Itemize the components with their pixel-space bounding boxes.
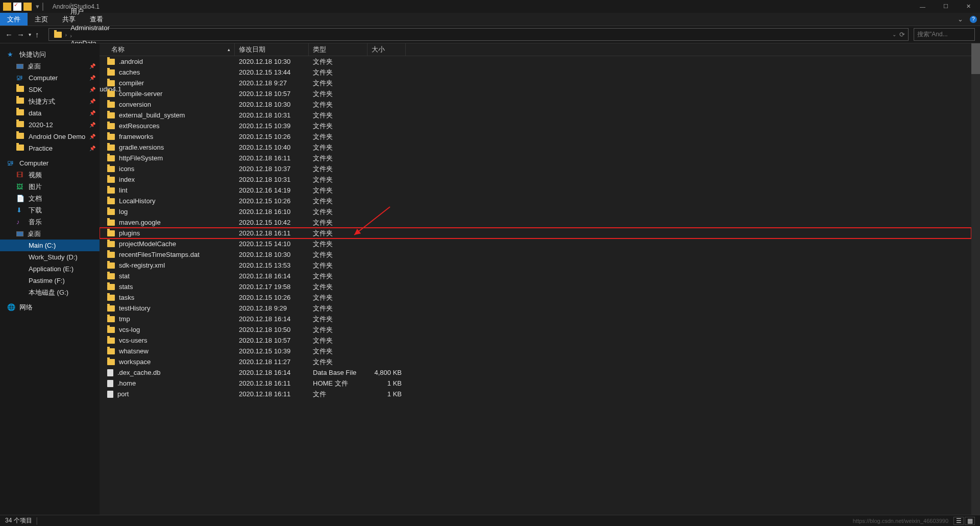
music-icon: ♪ (16, 218, 24, 226)
file-row[interactable]: extResources2020.12.15 10:39文件夹 (100, 121, 971, 131)
file-date: 2020.12.18 10:30 (235, 101, 309, 108)
folder-icon (16, 86, 24, 94)
sidebar-item[interactable]: ♪音乐 (0, 216, 100, 228)
sidebar-item[interactable]: 快捷方式📌 (0, 95, 100, 107)
sidebar-item[interactable]: 本地磁盘 (G:) (0, 286, 100, 298)
sidebar-item[interactable]: Android One Demo📌 (0, 131, 100, 142)
sidebar-item[interactable]: Main (C:) (0, 240, 100, 251)
file-row[interactable]: workspace2020.12.18 11:27文件夹 (100, 356, 971, 367)
maximize-button[interactable]: ☐ (934, 0, 957, 13)
sidebar-item[interactable]: 📄文档 (0, 193, 100, 204)
column-header-date[interactable]: 修改日期 (235, 43, 309, 56)
ribbon-tab-home[interactable]: 主页 (28, 13, 55, 26)
minimize-button[interactable]: — (911, 0, 934, 13)
sidebar-item[interactable]: Work_Study (D:) (0, 251, 100, 263)
ribbon-file-tab[interactable]: 文件 (0, 13, 28, 26)
breadcrumb-item[interactable]: 用户 (68, 7, 124, 16)
file-row[interactable]: whatsnew2020.12.15 10:39文件夹 (100, 346, 971, 356)
sidebar-item[interactable]: ⬇下载 (0, 204, 100, 216)
file-row[interactable]: frameworks2020.12.15 10:26文件夹 (100, 131, 971, 142)
address-dropdown-icon[interactable]: ⌄ (892, 32, 896, 37)
file-row[interactable]: tasks2020.12.15 10:26文件夹 (100, 292, 971, 303)
back-button[interactable]: ← (5, 30, 13, 39)
file-row[interactable]: external_build_system2020.12.18 10:31文件夹 (100, 110, 971, 121)
column-header-type[interactable]: 类型 (309, 43, 368, 56)
nav-bar: ← → ▾ ↑ › Computer›Main (C:)›用户›Administ… (0, 26, 980, 43)
column-header-size[interactable]: 大小 (368, 43, 406, 56)
file-row[interactable]: compiler2020.12.18 9:27文件夹 (100, 78, 971, 88)
file-row[interactable]: testHistory2020.12.18 9:29文件夹 (100, 303, 971, 314)
file-name: vcs-users (119, 337, 148, 344)
file-date: 2020.12.18 10:30 (235, 251, 309, 258)
sidebar-item[interactable]: 🎞视频 (0, 169, 100, 181)
file-row[interactable]: vcs-users2020.12.18 10:57文件夹 (100, 335, 971, 346)
sidebar-item[interactable]: 🖳Computer📌 (0, 72, 100, 84)
file-row[interactable]: tmp2020.12.18 16:14文件夹 (100, 314, 971, 324)
file-row[interactable]: recentFilesTimeStamps.dat2020.12.18 10:3… (100, 249, 971, 260)
sidebar-item[interactable]: data📌 (0, 107, 100, 119)
file-row[interactable]: port2020.12.18 16:11文件1 KB (100, 389, 971, 399)
file-row[interactable]: httpFileSystem2020.12.18 16:11文件夹 (100, 153, 971, 163)
file-row[interactable]: log2020.12.18 16:10文件夹 (100, 206, 971, 217)
ribbon-collapse-icon[interactable]: ⌄ (953, 13, 967, 26)
sidebar-item[interactable]: 2020-12📌 (0, 119, 100, 131)
sidebar-item[interactable]: 桌面 (0, 228, 100, 240)
view-icons-button[interactable]: ▦ (965, 517, 975, 525)
file-type: 文件夹 (309, 347, 368, 356)
file-row[interactable]: lint2020.12.16 14:19文件夹 (100, 185, 971, 196)
sidebar-item-label: 2020-12 (29, 121, 53, 129)
folder-icon (16, 98, 24, 106)
sidebar-item[interactable]: 桌面📌 (0, 60, 100, 72)
breadcrumb-item[interactable]: Administrator (68, 24, 124, 32)
file-row[interactable]: maven.google2020.12.15 10:42文件夹 (100, 217, 971, 228)
recent-locations-button[interactable]: ▾ (29, 32, 31, 37)
sidebar-item[interactable]: Practice📌 (0, 142, 100, 154)
up-button[interactable]: ↑ (35, 30, 39, 39)
sidebar-network[interactable]: 🌐 网络 (0, 301, 100, 313)
file-row[interactable]: stats2020.12.17 19:58文件夹 (100, 281, 971, 292)
file-list[interactable]: .android2020.12.18 10:30文件夹caches2020.12… (100, 56, 971, 515)
file-row[interactable]: LocalHistory2020.12.15 10:26文件夹 (100, 196, 971, 206)
refresh-button[interactable]: ⟳ (899, 31, 905, 38)
help-button[interactable]: ? (967, 13, 980, 26)
file-row[interactable]: conversion2020.12.18 10:30文件夹 (100, 99, 971, 110)
file-row[interactable]: plugins2020.12.18 16:11文件夹 (100, 228, 971, 238)
file-row[interactable]: .dex_cache.db2020.12.18 16:14Data Base F… (100, 367, 971, 378)
sidebar-quick-access[interactable]: ★ 快捷访问 (0, 49, 100, 60)
file-name: compile-server (119, 90, 162, 98)
file-row[interactable]: caches2020.12.15 13:44文件夹 (100, 67, 971, 78)
file-row[interactable]: compile-server2020.12.18 10:57文件夹 (100, 88, 971, 99)
sidebar-item[interactable]: SDK📌 (0, 84, 100, 95)
breadcrumb-root-icon[interactable] (52, 32, 64, 38)
sidebar-item[interactable]: Pastime (F:) (0, 275, 100, 286)
file-row[interactable]: .android2020.12.18 10:30文件夹 (100, 56, 971, 67)
folder-icon (16, 121, 24, 129)
file-date: 2020.12.18 16:11 (235, 390, 309, 398)
file-row[interactable]: sdk-registry.xml2020.12.15 13:53文件夹 (100, 260, 971, 271)
column-header-name[interactable]: 名称▴ (107, 43, 235, 56)
file-name: testHistory (119, 304, 150, 312)
file-row[interactable]: vcs-log2020.12.18 10:50文件夹 (100, 324, 971, 335)
sidebar-computer[interactable]: 🖳 Computer (0, 157, 100, 169)
close-button[interactable]: ✕ (957, 0, 980, 13)
folder-icon (107, 348, 115, 354)
sidebar-item[interactable]: 🖼图片 (0, 181, 100, 193)
forward-button[interactable]: → (17, 30, 24, 39)
sidebar-item-label: Android One Demo (29, 133, 85, 140)
search-input[interactable]: 搜索"And... (914, 28, 975, 41)
file-row[interactable]: projectModelCache2020.12.15 14:10文件夹 (100, 238, 971, 249)
file-row[interactable]: gradle.versions2020.12.15 10:40文件夹 (100, 142, 971, 153)
file-size: 1 KB (368, 379, 406, 387)
file-row[interactable]: stat2020.12.18 16:14文件夹 (100, 271, 971, 281)
view-details-button[interactable]: ☰ (953, 517, 964, 525)
scrollbar[interactable] (971, 43, 980, 515)
file-type: 文件夹 (309, 218, 368, 227)
star-icon: ★ (7, 51, 15, 59)
file-row[interactable]: index2020.12.18 10:31文件夹 (100, 174, 971, 185)
address-bar[interactable]: › Computer›Main (C:)›用户›Administrator›Ap… (48, 28, 909, 41)
file-row[interactable]: icons2020.12.18 10:37文件夹 (100, 163, 971, 174)
file-row[interactable]: .home2020.12.18 16:11HOME 文件1 KB (100, 378, 971, 389)
scrollbar-thumb[interactable] (971, 43, 980, 74)
sidebar-item[interactable]: Application (E:) (0, 263, 100, 275)
app-check-icon (13, 3, 21, 11)
